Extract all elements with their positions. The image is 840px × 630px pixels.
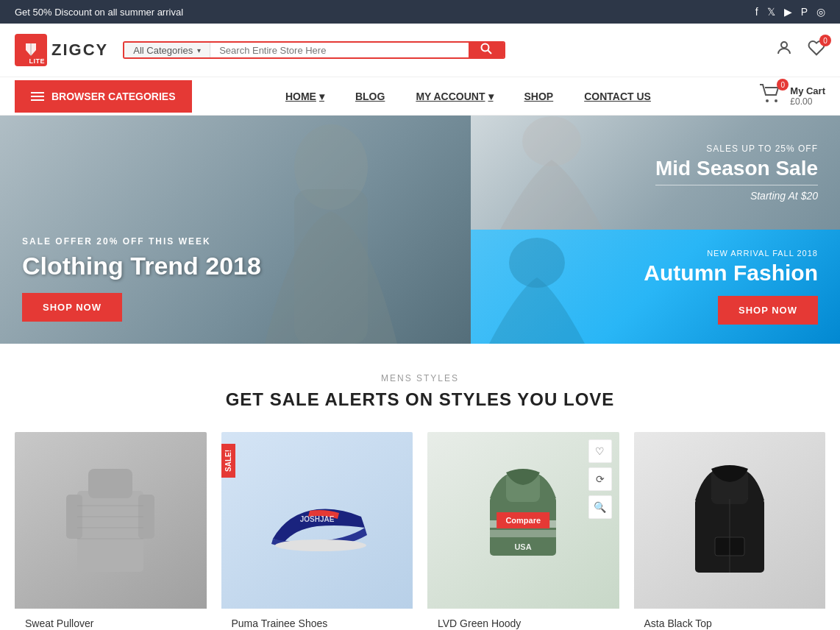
svg-point-2 [781,42,787,48]
hero-right-bottom-subtitle: NEW ARRIVAL FALL 2018 [644,249,818,258]
cart-widget[interactable]: 0 My Cart £0.00 [744,77,825,115]
product-image [15,432,207,609]
nav-contact[interactable]: CONTACT US [572,80,663,113]
browse-label: Browser Categories [51,91,176,102]
product-info: Sweat Pullover £95.00 [15,609,207,630]
logo[interactable]: LITE ZIGCY [15,34,108,66]
products-label: MENS STYLES [15,373,825,383]
products-grid: Sweat Pullover £95.00 Sale! JOSHJAE [15,432,825,630]
product-card[interactable]: Compare ♡ ⟳ 🔍 [427,432,619,630]
svg-rect-6 [294,189,368,344]
cart-info: My Cart £0.00 [790,85,825,107]
hero-right-shop-now-button[interactable]: SHOP NOW [718,296,818,325]
search-input[interactable] [210,43,469,57]
svg-point-17 [275,539,366,551]
top-bar: Get 50% Discount on all summer arrival f… [0,0,840,24]
hero-right-top-starting: Starting At $20 [655,190,818,202]
wishlist-icon[interactable]: 0 [808,39,825,61]
nav-shop[interactable]: SHOP [513,80,566,113]
header: LITE ZIGCY All Categories ▾ [0,24,840,77]
logo-text: ZIGCY [51,40,108,60]
product-name: Asta Black Top [644,617,816,629]
nav-links: HOME ▾ BLOG MY ACCOUNT ▾ SHOP CONTACT US [192,80,745,113]
sale-badge: Sale! [221,444,235,478]
logo-icon: LITE [15,34,47,66]
svg-text:JOSHJAE: JOSHJAE [299,515,334,523]
product-card[interactable]: Sale! JOSHJAE Puma Trainee Shoes £155.00… [221,432,413,630]
cart-badge: 0 [777,79,789,91]
chevron-down-icon: ▾ [197,46,201,54]
product-card[interactable]: Sweat Pullover £95.00 [15,432,207,630]
cart-amount: £0.00 [790,96,825,107]
product-name: LVD Green Hoody [438,617,609,629]
search-button[interactable] [469,43,504,57]
nav-home[interactable]: HOME ▾ [274,80,336,113]
product-image [634,432,826,609]
hero-right-top-sale: SALES UP TO 25% OFF [655,144,818,154]
category-label: All Categories [133,45,193,56]
search-bar: All Categories ▾ [123,41,505,59]
nav-my-account[interactable]: MY ACCOUNT ▾ [404,80,505,113]
quickview-button[interactable]: 🔍 [588,495,612,519]
svg-rect-22 [490,530,556,537]
social-icons: f 𝕏 ▶ P ◎ [755,6,825,18]
product-actions: ♡ ⟳ 🔍 [588,439,612,519]
svg-rect-9 [77,491,143,572]
hero-left-title: Clothing Trend 2018 [22,252,261,280]
product-image: Compare ♡ ⟳ 🔍 [427,432,619,609]
product-name: Puma Trainee Shoes [232,617,403,629]
instagram-icon[interactable]: ◎ [816,6,825,18]
hamburger-icon [31,92,44,101]
svg-point-3 [766,99,769,102]
product-name: Sweat Pullover [25,617,196,629]
hero-right-bottom: NEW ARRIVAL FALL 2018 Autumn Fashion SHO… [471,230,840,344]
product-info: Puma Trainee Shoes £155.00 £125.00 [221,609,413,630]
nav-blog[interactable]: BLOG [344,80,396,113]
hero-right-top-content: SALES UP TO 25% OFF Mid Season Sale Star… [655,144,818,202]
divider [655,185,818,185]
wishlist-button[interactable]: ♡ [588,439,612,463]
hero-left: SALE OFFER 20% OFF THIS WEEK Clothing Tr… [0,116,471,344]
hero-right-bottom-content: NEW ARRIVAL FALL 2018 Autumn Fashion SHO… [644,249,818,325]
header-actions: 0 [775,39,825,61]
hero-right-top-title: Mid Season Sale [655,157,818,180]
hero-right: SALES UP TO 25% OFF Mid Season Sale Star… [471,116,840,344]
svg-point-4 [775,99,777,102]
product-info: LVD Green Hoody £90.00 [427,609,619,630]
compare-badge[interactable]: Compare [496,512,549,528]
cart-icon: 0 [759,83,783,109]
facebook-icon[interactable]: f [755,6,758,18]
logo-lite-text: LITE [29,57,46,65]
svg-point-7 [522,116,581,166]
navigation: Browser Categories HOME ▾ BLOG MY ACCOUN… [0,77,840,116]
pinterest-icon[interactable]: P [801,6,808,18]
announcement-text: Get 50% Discount on all summer arrival [15,7,183,18]
hero-right-bottom-title: Autumn Fashion [644,261,818,286]
youtube-icon[interactable]: ▶ [784,6,792,18]
account-icon[interactable] [775,39,793,61]
hero-left-shop-now-button[interactable]: SHOP NOW [22,293,122,322]
hero-right-top: SALES UP TO 25% OFF Mid Season Sale Star… [471,116,840,230]
chevron-down-icon: ▾ [488,91,494,102]
chevron-down-icon: ▾ [319,91,324,102]
hero-section: SALE OFFER 20% OFF THIS WEEK Clothing Tr… [0,116,840,344]
wishlist-badge: 0 [819,35,831,46]
compare-button[interactable]: ⟳ [588,467,612,491]
cart-label: My Cart [790,85,825,96]
category-dropdown[interactable]: All Categories ▾ [124,43,210,57]
products-title: GET SALE ALERTS ON STYLES YOU LOVE [15,389,825,410]
svg-point-0 [482,44,489,52]
product-info: Asta Black Top £85.00 [634,609,826,630]
browse-categories-button[interactable]: Browser Categories [15,80,192,113]
hero-left-subtitle: SALE OFFER 20% OFF THIS WEEK [22,236,261,247]
svg-line-1 [488,51,492,54]
svg-rect-10 [88,469,132,498]
product-image: Sale! JOSHJAE [221,432,413,609]
twitter-icon[interactable]: 𝕏 [767,6,775,18]
products-section: MENS STYLES GET SALE ALERTS ON STYLES YO… [0,344,840,630]
hero-left-content: SALE OFFER 20% OFF THIS WEEK Clothing Tr… [22,236,261,322]
svg-text:USA: USA [515,542,532,551]
product-card[interactable]: Asta Black Top £85.00 [634,432,826,630]
